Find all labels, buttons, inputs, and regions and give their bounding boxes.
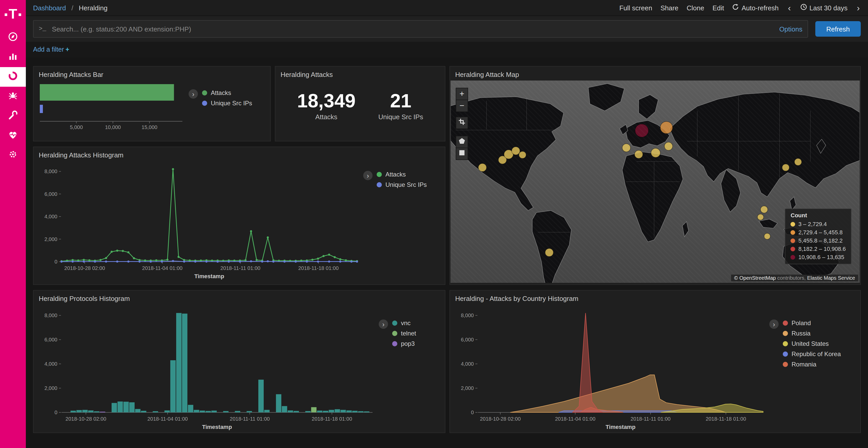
top-actions: Full screen Share Clone Edit Auto-refres…: [619, 3, 861, 12]
chart-legend: AttacksUnique Src IPs: [363, 161, 441, 280]
legend-item[interactable]: Unique Src IPs: [202, 100, 252, 107]
legend-item[interactable]: telnet: [392, 330, 416, 337]
add-filter-link[interactable]: Add a filter+: [33, 46, 69, 53]
attack-location-dot[interactable]: [764, 233, 770, 240]
sidebar-item-statistics[interactable]: [0, 47, 26, 67]
attack-location-dot[interactable]: [757, 214, 764, 220]
map-legend-item: 3 – 2,729.4: [791, 221, 846, 227]
edit-button[interactable]: Edit: [712, 4, 724, 12]
clone-button[interactable]: Clone: [687, 4, 704, 12]
refresh-button[interactable]: Refresh: [815, 21, 861, 37]
osm-attribution-link[interactable]: © OpenStreetMap: [734, 275, 776, 281]
svg-text:10,000: 10,000: [105, 125, 121, 130]
attack-location-dot[interactable]: [795, 159, 802, 165]
options-link[interactable]: Options: [779, 25, 802, 33]
sidebar-item-honeypot[interactable]: [0, 87, 26, 106]
country-area-chart[interactable]: 02,0004,0006,0008,0002018-10-28 02:00201…: [454, 304, 769, 431]
elastic-maps-attribution-link[interactable]: Elastic Maps Service: [807, 275, 855, 281]
breadcrumb-separator: /: [71, 4, 73, 12]
sidebar-item-settings[interactable]: [0, 145, 26, 165]
breadcrumb-dashboard-link[interactable]: Dashboard: [33, 4, 66, 12]
legend-color-dot: [392, 341, 397, 346]
legend-color-dot: [783, 341, 788, 346]
logo-square-left: [5, 13, 7, 16]
sidebar-item-attack-stats[interactable]: [0, 67, 26, 87]
attack-location-dot[interactable]: [519, 151, 526, 158]
attack-location-dot[interactable]: [761, 206, 768, 213]
legend-color-dot: [377, 182, 382, 187]
attack-location-dot[interactable]: [622, 144, 630, 152]
rectangle-tool-button[interactable]: [456, 148, 468, 160]
time-back-chevron-icon[interactable]: ‹: [787, 3, 792, 12]
legend-toggle-icon[interactable]: [363, 171, 373, 180]
zoom-in-button[interactable]: +: [456, 88, 468, 100]
sidebar-item-health[interactable]: [0, 126, 26, 145]
protocols-bar-chart[interactable]: 02,0004,0006,0008,0002018-10-28 02:00201…: [38, 304, 379, 431]
map-canvas[interactable]: + − Count 3 – 2,729.42,729.4 – 5,455.85,…: [451, 80, 860, 283]
legend-item[interactable]: Russia: [783, 330, 841, 337]
legend-color-dot: [791, 255, 796, 260]
svg-text:0: 0: [471, 410, 474, 415]
attack-location-dot[interactable]: [545, 248, 553, 256]
svg-text:8,000: 8,000: [44, 169, 57, 174]
attack-location-dot[interactable]: [660, 122, 673, 134]
legend-toggle-icon[interactable]: [769, 319, 779, 329]
filter-bar: Add a filter+: [26, 42, 868, 57]
search-input[interactable]: [51, 25, 775, 33]
legend-item[interactable]: Unique Src IPs: [377, 181, 427, 188]
legend-item[interactable]: United States: [783, 340, 841, 347]
auto-refresh-button[interactable]: Auto-refresh: [733, 4, 779, 12]
legend-item[interactable]: pop3: [392, 340, 416, 347]
metric-value: 18,349: [297, 91, 355, 111]
attack-location-dot[interactable]: [651, 148, 660, 158]
legend-item[interactable]: Attacks: [377, 171, 427, 178]
crop-tool-button[interactable]: [456, 117, 468, 129]
map-count-legend: Count 3 – 2,729.42,729.4 – 5,455.85,455.…: [785, 208, 852, 264]
legend-color-dot: [783, 331, 788, 336]
zoom-out-button[interactable]: −: [456, 100, 468, 112]
chart-legend: AttacksUnique Src IPs: [189, 80, 252, 135]
attack-location-dot[interactable]: [664, 142, 673, 150]
attack-location-dot[interactable]: [782, 164, 789, 171]
svg-text:8,000: 8,000: [44, 312, 57, 318]
svg-text:Timestamp: Timestamp: [202, 424, 232, 430]
legend-item[interactable]: Republic of Korea: [783, 350, 841, 358]
chart-legend: PolandRussiaUnited StatesRepublic of Kor…: [769, 304, 856, 431]
polygon-tool-button[interactable]: [456, 136, 468, 148]
map-legend-item: 8,182.2 – 10,908.6: [791, 246, 846, 252]
legend-item[interactable]: Romania: [783, 361, 841, 368]
panel-title: Heralding Attacks Bar: [34, 67, 270, 80]
panel-protocols-histogram: Heralding Protocols Histogram 02,0004,00…: [33, 290, 445, 433]
attacks-bar-chart[interactable]: 5,00010,00015,000: [38, 80, 189, 135]
attack-location-dot[interactable]: [512, 147, 520, 155]
panel-title: Heralding - Attacks by Country Histogram: [450, 290, 860, 304]
legend-color-dot: [202, 90, 207, 96]
legend-toggle-icon[interactable]: [189, 89, 198, 99]
breadcrumb-current: Heralding: [79, 4, 107, 12]
map-controls: + −: [456, 88, 468, 160]
legend-item[interactable]: vnc: [392, 319, 416, 327]
legend-item[interactable]: Poland: [783, 319, 841, 327]
map-legend-item: 5,455.8 – 8,182.2: [791, 237, 846, 244]
svg-text:2,000: 2,000: [44, 385, 57, 391]
legend-item[interactable]: Attacks: [202, 89, 252, 97]
sidebar-item-dashboard[interactable]: [0, 28, 26, 47]
time-range-picker[interactable]: Last 30 days: [800, 4, 847, 12]
attack-location-dot[interactable]: [478, 163, 487, 171]
sidebar-item-tools[interactable]: [0, 106, 26, 126]
share-button[interactable]: Share: [660, 4, 678, 12]
legend-toggle-icon[interactable]: [379, 319, 388, 329]
svg-text:2018-10-28 02:00: 2018-10-28 02:00: [64, 265, 105, 271]
svg-text:2018-11-18 01:00: 2018-11-18 01:00: [298, 265, 338, 271]
legend-color-dot: [392, 320, 397, 326]
attack-location-dot[interactable]: [634, 150, 643, 158]
time-forward-chevron-icon[interactable]: ›: [856, 3, 861, 12]
clock-icon: [800, 4, 807, 12]
svg-text:Timestamp: Timestamp: [194, 273, 224, 279]
svg-text:2018-11-11 01:00: 2018-11-11 01:00: [630, 416, 671, 422]
telekom-logo[interactable]: T: [5, 0, 22, 28]
attack-location-dot[interactable]: [635, 124, 648, 137]
attacks-line-chart[interactable]: 02,0004,0006,0008,0002018-10-28 02:00201…: [38, 161, 363, 280]
heartbeat-icon: [7, 129, 19, 142]
full-screen-button[interactable]: Full screen: [619, 4, 652, 12]
